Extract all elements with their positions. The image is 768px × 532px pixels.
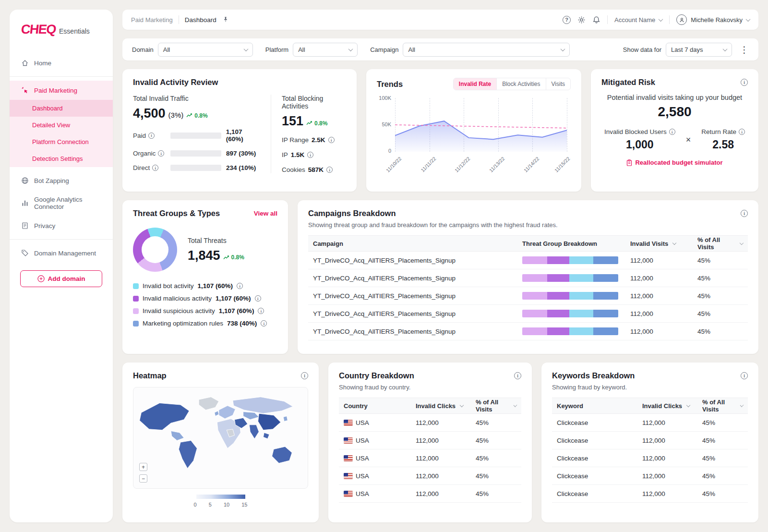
col-invalid-clicks[interactable]: Invalid Clicks <box>411 402 471 410</box>
info-icon[interactable]: i <box>741 210 748 217</box>
platform-select-value: All <box>298 46 305 53</box>
sidebar-item-bot-zapping[interactable]: Bot Zapping <box>10 171 113 190</box>
col-invalid-visits[interactable]: Invalid Visits <box>625 240 693 247</box>
tab-block-activities[interactable]: Block Activities <box>496 78 545 90</box>
threat-group-stacked-bar <box>522 292 618 300</box>
info-icon[interactable]: i <box>328 137 335 143</box>
legend-value: 1,107 (60%) <box>219 307 254 314</box>
blocking-row: IP Range2.5Ki <box>282 136 346 144</box>
sidebar-item-home[interactable]: Home <box>10 53 113 73</box>
info-icon[interactable]: i <box>514 372 521 379</box>
cheq-logo-text: CHEQ <box>20 22 56 37</box>
col-pct-all-visits[interactable]: % of All Visits <box>471 399 521 413</box>
blocking-label: Cookies <box>282 166 305 173</box>
invalid-clicks-value: 112,000 <box>411 419 471 426</box>
pct-value: 45% <box>471 437 521 444</box>
account-dropdown[interactable]: Account Name <box>614 16 662 24</box>
world-map[interactable]: + − <box>133 387 308 489</box>
zoom-out-button[interactable]: − <box>139 474 147 483</box>
breadcrumb-section[interactable]: Paid Marketing <box>131 16 173 24</box>
usa-flag-icon <box>344 437 353 444</box>
x-axis-tick: 11/11/22 <box>414 156 437 179</box>
card-title: Threat Groups & Types <box>133 209 220 218</box>
info-icon[interactable]: i <box>158 150 164 157</box>
blocking-label: IP Range <box>282 136 309 144</box>
bar-value: 897 (30%) <box>226 150 256 157</box>
trend-delta: 0.8% <box>306 120 327 127</box>
keywords-table-header: Keyword Invalid Clicks % of All Visits <box>552 398 748 414</box>
card-title: Heatmap <box>133 371 167 380</box>
keyword-name: Clickcease <box>552 437 637 444</box>
keyword-name: Clickcease <box>552 455 637 462</box>
bell-icon[interactable] <box>592 16 600 24</box>
view-all-link[interactable]: View all <box>254 210 277 217</box>
tab-visits[interactable]: Visits <box>546 78 570 90</box>
help-icon[interactable]: ? <box>563 16 571 24</box>
zoom-in-button[interactable]: + <box>139 463 147 471</box>
col-invalid-clicks[interactable]: Invalid Clicks <box>637 402 697 410</box>
bar-track <box>170 150 221 157</box>
card-title: Invalid Activity Review <box>133 78 346 87</box>
threats-donut-chart <box>133 228 177 272</box>
info-icon[interactable]: i <box>669 129 675 135</box>
info-icon[interactable]: i <box>307 152 313 158</box>
info-icon[interactable]: i <box>739 129 745 135</box>
info-icon[interactable]: i <box>301 372 308 379</box>
sidebar-item-privacy[interactable]: Privacy <box>10 216 113 235</box>
info-icon[interactable]: i <box>261 320 267 326</box>
sidebar-item-domain-management[interactable]: Domain Management <box>10 243 113 263</box>
info-icon[interactable]: i <box>237 283 243 289</box>
col-pct-all-visits[interactable]: % of All Visits <box>697 399 748 413</box>
sidebar-item-label: Domain Management <box>34 250 96 257</box>
info-icon[interactable]: i <box>152 165 158 171</box>
total-blocking-activities-section: Total Blocking Activities 151 0.8% IP Ra… <box>271 95 346 173</box>
user-dropdown[interactable]: Michelle Rakovsky <box>676 14 750 25</box>
campaigns-breakdown-card: Campaigns Breakdown i Showing threat gro… <box>298 200 758 354</box>
keywords-table-row: Clickcease112,00045% <box>552 467 748 485</box>
campaign-filter: Campaign All <box>370 43 570 57</box>
x-axis-tick: 11/10/22 <box>380 156 403 179</box>
col-keyword: Keyword <box>552 402 637 410</box>
cards-row-1: Invalid Activity Review Total Invalid Tr… <box>122 69 758 192</box>
date-range-select[interactable]: Last 7 days <box>666 43 732 57</box>
campaign-name: YT_DriveCO_Acq_AllTIERS_Placements_Signu… <box>308 328 517 335</box>
legend-swatch <box>133 296 139 302</box>
bar-track <box>170 165 221 171</box>
sidebar-subitem-detailed-view[interactable]: Detailed View <box>10 117 113 133</box>
invalid-clicks-value: 112,000 <box>637 437 697 444</box>
multiply-sign: × <box>686 135 691 145</box>
user-name-label: Michelle Rakovsky <box>691 16 743 24</box>
platform-select[interactable]: All <box>293 43 358 57</box>
sidebar-subitem-detection-settings[interactable]: Detection Settings <box>10 150 113 167</box>
col-pct-all-visits[interactable]: % of All Visits <box>693 236 748 251</box>
info-icon[interactable]: i <box>741 372 748 379</box>
sidebar-subitem-dashboard[interactable]: Dashboard <box>10 100 113 117</box>
country-table-header: Country Invalid Clicks % of All Visits <box>339 398 521 414</box>
campaign-select[interactable]: All <box>403 43 570 57</box>
info-icon[interactable]: i <box>741 79 748 86</box>
sidebar-subitem-platform-connection[interactable]: Platform Connection <box>10 133 113 150</box>
card-title: Mitigated Risk <box>601 78 655 87</box>
campaigns-table-header: Campaign Threat Group Breakdown Invalid … <box>308 235 748 252</box>
info-icon[interactable]: i <box>326 167 333 173</box>
sidebar-item-ga-connector[interactable]: Google Analytics Connector <box>10 190 113 216</box>
pin-icon[interactable] <box>222 16 229 23</box>
top-bar-actions: ? Account Name Michelle Rakovsky <box>563 14 750 25</box>
col-label: % of All Visits <box>697 236 735 251</box>
info-icon[interactable]: i <box>148 133 155 139</box>
invalid-visits-value: 112,000 <box>625 257 693 264</box>
country-table-row: USA112,00045% <box>339 414 521 432</box>
kebab-menu-icon[interactable]: ⋮ <box>740 44 749 55</box>
info-icon[interactable]: i <box>255 295 261 302</box>
info-icon[interactable]: i <box>258 308 264 314</box>
col-label: % of All Visits <box>476 399 509 413</box>
domain-select[interactable]: All <box>158 43 253 57</box>
legend-item: Invalid bot activity1,107 (60%)i <box>133 282 277 290</box>
reallocated-budget-simulator-link[interactable]: Reallocated budget simulator <box>601 159 748 166</box>
country-name: USA <box>356 472 369 480</box>
add-domain-button[interactable]: Add domain <box>20 270 102 287</box>
sidebar-item-paid-marketing[interactable]: Paid Marketing <box>10 81 113 100</box>
tab-invalid-rate[interactable]: Invalid Rate <box>454 78 496 90</box>
gear-icon[interactable] <box>577 16 586 24</box>
invalid-clicks-value: 112,000 <box>637 455 697 462</box>
